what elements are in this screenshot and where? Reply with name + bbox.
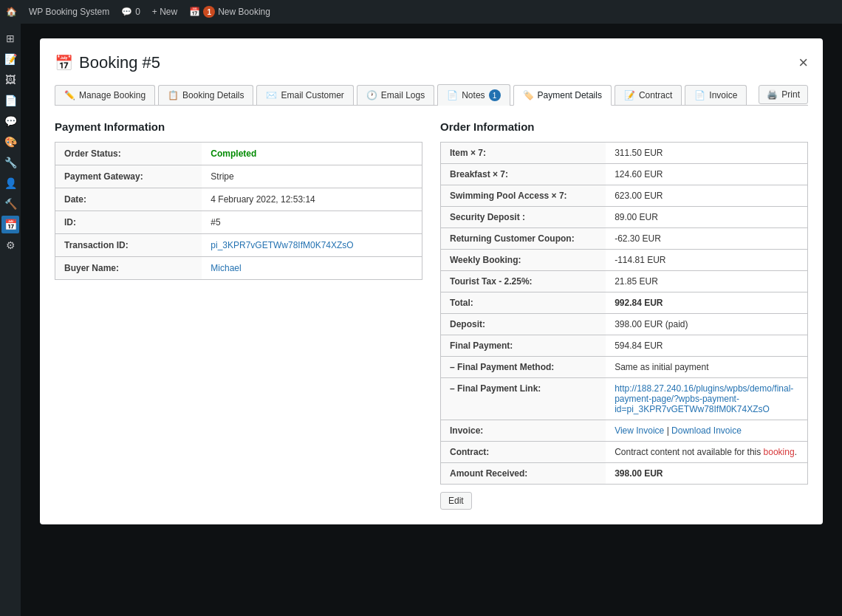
calendar-icon: 📅 — [189, 7, 200, 17]
admin-bar-new-booking[interactable]: 📅 1 New Booking — [189, 6, 270, 18]
site-name-label: WP Booking System — [29, 7, 109, 17]
new-booking-label: New Booking — [218, 7, 270, 17]
admin-bar-site[interactable]: WP Booking System — [29, 7, 109, 17]
admin-bar: 🏠 WP Booking System 💬 0 + New 📅 1 New Bo… — [0, 0, 842, 24]
admin-bar-home[interactable]: 🏠 — [6, 7, 17, 17]
comments-icon: 💬 — [121, 7, 132, 17]
new-label: + New — [152, 7, 177, 17]
comments-count: 0 — [135, 7, 140, 17]
admin-bar-new[interactable]: + New — [152, 7, 177, 17]
home-icon: 🏠 — [6, 7, 17, 17]
admin-bar-comments[interactable]: 💬 0 — [121, 7, 140, 17]
new-booking-badge: 1 — [203, 6, 215, 18]
